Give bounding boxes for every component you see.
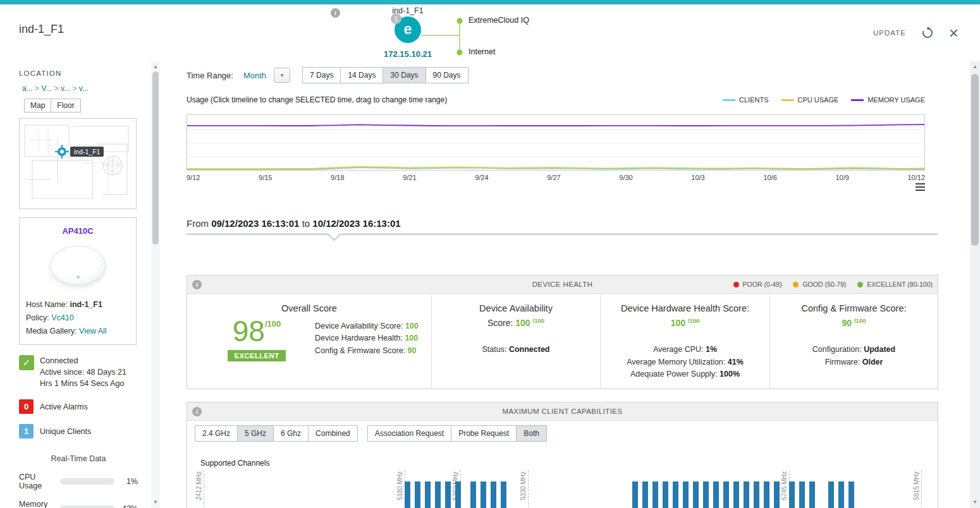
config-details: Configuration: Updated Firmware: Older xyxy=(770,344,938,368)
scrollbar-thumb[interactable] xyxy=(971,74,979,246)
floor-plan[interactable]: ind-1_F1 xyxy=(19,118,137,209)
hardware-health-column: Device Hardware Health Score: 100 /100 A… xyxy=(600,294,769,389)
info-icon[interactable]: i xyxy=(331,8,340,18)
scroll-up-icon[interactable]: ▲ xyxy=(970,64,980,70)
channel-bar xyxy=(683,481,689,508)
device-count-badge: 1 xyxy=(391,13,401,24)
channel-bar xyxy=(799,481,805,508)
time-range-dropdown-button[interactable]: ▾ xyxy=(274,68,290,83)
policy-link[interactable]: Vc410 xyxy=(51,313,73,322)
clients-row[interactable]: 1 Unique Clients xyxy=(19,424,150,438)
usage-chart-title: Usage (Click timeline to change SELECTED… xyxy=(187,95,447,104)
x-axis-label: 9/24 xyxy=(475,174,488,181)
channel-bar xyxy=(789,481,795,508)
tab-combined[interactable]: Combined xyxy=(308,425,358,442)
update-button[interactable]: UPDATE xyxy=(873,29,906,37)
range-30-days-button[interactable]: 30 Days xyxy=(383,67,426,83)
legend-poor: POOR (0-49) xyxy=(733,281,782,288)
tab-probe-request[interactable]: Probe Request xyxy=(451,425,517,442)
connection-status: ✓ Connected Active since: 48 Days 21 Hrs… xyxy=(19,355,142,389)
close-icon[interactable]: × xyxy=(949,27,959,39)
overall-score-value: 98 /100 xyxy=(206,316,307,346)
overall-score-column: Overall Score 98 /100 EXCELLENT Device A… xyxy=(187,294,431,389)
realtime-data-title: Real-Time Data xyxy=(19,454,138,463)
floor-tab[interactable]: Floor xyxy=(51,99,80,112)
breadcrumb: a... > V... > v... > v... xyxy=(22,84,150,93)
channel-bar xyxy=(445,481,451,508)
legend-clients[interactable]: CLIENTS xyxy=(723,96,768,104)
refresh-icon[interactable] xyxy=(921,27,934,39)
device-node-icon[interactable]: e 1 xyxy=(395,16,421,43)
alarms-row[interactable]: 0 Active Alarms xyxy=(19,399,150,414)
breadcrumb-link[interactable]: V... xyxy=(41,84,52,93)
x-axis-label: 10/6 xyxy=(763,174,776,181)
breadcrumb-link[interactable]: a... xyxy=(22,84,33,93)
capabilities-filters: 2.4 GHz 5 GHz 6 Ghz Combined Association… xyxy=(195,425,938,442)
supported-channels-chart[interactable]: 2412 MHz5180 MHz5260 MHz5330 MHz5745 MHz… xyxy=(195,470,929,508)
scroll-up-icon[interactable]: ▲ xyxy=(151,64,160,70)
usage-timeline-chart[interactable] xyxy=(187,114,925,171)
legend-memory-usage[interactable]: MEMORY USAGE xyxy=(851,96,925,104)
tab-association-request[interactable]: Association Request xyxy=(367,425,451,442)
time-range-row: Time Range: Month ▾ 7 Days 14 Days 30 Da… xyxy=(187,67,938,83)
cpu-usage-value: 1% xyxy=(120,477,138,486)
chart-menu-icon[interactable] xyxy=(916,183,925,191)
chevron-down-icon: ▾ xyxy=(281,72,284,78)
x-axis-label: 10/9 xyxy=(835,174,848,181)
breadcrumb-link[interactable]: v... xyxy=(79,84,89,93)
memory-usage-row: MemoryUsage 42% xyxy=(19,500,138,508)
connected-label: Connected xyxy=(40,355,126,366)
range-7-days-button[interactable]: 7 Days xyxy=(302,67,341,83)
scroll-down-icon[interactable]: ▼ xyxy=(151,499,160,505)
channel-bar xyxy=(774,481,780,508)
page-scrollbar: ▲ ▼ xyxy=(970,61,980,508)
cpu-swatch xyxy=(781,99,794,101)
device-photo xyxy=(50,246,106,285)
breadcrumb-separator: > xyxy=(35,84,39,93)
request-tab-group: Association Request Probe Request Both xyxy=(367,425,547,442)
device-model[interactable]: AP410C xyxy=(26,226,130,236)
location-title: LOCATION xyxy=(19,70,150,77)
channel-frequency-label: 5915 MHz xyxy=(913,471,920,500)
ap-location-marker[interactable] xyxy=(55,145,69,160)
map-tab[interactable]: Map xyxy=(24,99,51,112)
channel-bar xyxy=(642,481,648,508)
client-capabilities-title: MAXIMUM CLIENT CAPABILITIES xyxy=(503,408,623,415)
period-marker-icon[interactable] xyxy=(328,227,341,241)
tab-2-4-ghz[interactable]: 2.4 GHz xyxy=(195,425,238,442)
channel-bar xyxy=(425,481,431,508)
device-health-panel: i DEVICE HEALTH POOR (0-49) GOOD (50-79)… xyxy=(187,275,938,389)
usage-section: Usage (Click timeline to change SELECTED… xyxy=(187,95,925,191)
channel-bar xyxy=(713,481,719,508)
tab-both[interactable]: Both xyxy=(516,425,547,442)
memory-usage-value: 42% xyxy=(120,504,138,508)
config-firmware-column: Config & Firmware Score: 90 /100 Configu… xyxy=(769,294,938,389)
hardware-heading: Device Hardware Health Score: xyxy=(601,303,769,313)
availability-score: Score: 100 /100 xyxy=(432,317,600,328)
legend-cpu-usage[interactable]: CPU USAGE xyxy=(781,96,839,104)
internet-node-label: Internet xyxy=(469,47,495,56)
scrollbar-thumb[interactable] xyxy=(152,71,159,245)
legend-excellent: EXCELLENT (80-100) xyxy=(857,281,933,288)
top-accent-bar xyxy=(0,0,980,4)
view-all-link[interactable]: View All xyxy=(79,327,107,336)
info-icon[interactable]: i xyxy=(192,407,202,416)
range-90-days-button[interactable]: 90 Days xyxy=(426,67,469,83)
info-icon[interactable]: i xyxy=(192,280,202,289)
channel-bar xyxy=(652,481,658,508)
memory-swatch xyxy=(851,99,864,101)
channel-bar xyxy=(455,481,461,508)
tab-6-ghz[interactable]: 6 Ghz xyxy=(273,425,309,442)
memory-usage-track xyxy=(60,505,114,508)
scroll-down-icon[interactable]: ▼ xyxy=(970,499,980,505)
range-14-days-button[interactable]: 14 Days xyxy=(340,67,383,83)
time-range-selected[interactable]: Month xyxy=(243,71,266,80)
cpu-usage-row: CPU Usage 1% xyxy=(19,473,138,490)
channel-bar xyxy=(809,481,815,508)
breadcrumb-link[interactable]: v... xyxy=(61,84,70,93)
map-floor-toggle: Map Floor xyxy=(24,99,150,112)
tab-5-ghz[interactable]: 5 GHz xyxy=(237,425,274,442)
band-tab-group: 2.4 GHz 5 GHz 6 Ghz Combined xyxy=(195,425,358,442)
channel-bar xyxy=(415,481,420,508)
media-gallery-line: Media Gallery: View All xyxy=(26,327,130,336)
